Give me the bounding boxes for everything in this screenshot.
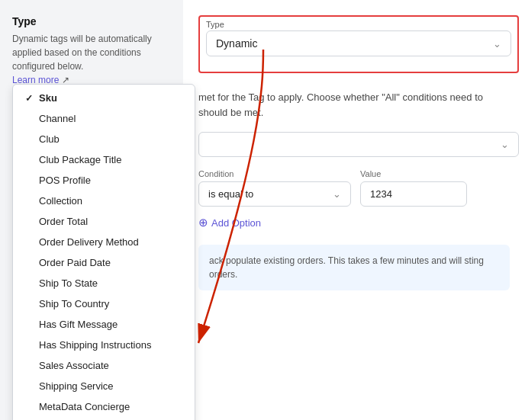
- menu-item-label: Ship To State: [39, 277, 98, 289]
- type-description: Dynamic tags will be automatically appli…: [12, 32, 156, 87]
- condition-select[interactable]: is equal to ⌄: [198, 181, 351, 207]
- conditions-description: met for the Tag to apply. Choose whether…: [198, 90, 510, 120]
- dropdown-menu[interactable]: ✓SkuChannelClubClub Package TitlePOS Pro…: [12, 84, 195, 420]
- menu-item-label: Order Delivery Method: [39, 236, 139, 248]
- condition-select-value: is equal to: [208, 188, 253, 200]
- check-icon: ✓: [25, 93, 34, 104]
- menu-item-label: Club Package Title: [39, 154, 121, 165]
- type-select-value: Dynamic: [216, 37, 257, 50]
- menu-item-label: Club: [39, 133, 60, 145]
- condition-label: Condition: [198, 169, 351, 178]
- add-option-button[interactable]: ⊕ Add Option: [198, 216, 510, 229]
- chevron-down-icon-2: ⌄: [501, 139, 509, 150]
- right-panel: Type Dynamic ⌄ met for the Tag to apply.…: [183, 0, 525, 420]
- menu-item-label: Has Shipping Instructions: [39, 339, 151, 351]
- menu-item[interactable]: Shipping Service: [13, 376, 195, 396]
- menu-item[interactable]: MetaData Event: [13, 417, 195, 420]
- menu-item-label: Collection: [39, 195, 82, 207]
- menu-item[interactable]: Channel: [13, 108, 195, 129]
- type-heading: Type: [12, 15, 156, 27]
- menu-item[interactable]: Has Shipping Instructions: [13, 335, 195, 355]
- menu-item-label: Shipping Service: [39, 380, 114, 392]
- value-group: Value: [360, 169, 467, 207]
- menu-item-label: MetaData Concierge: [39, 401, 130, 412]
- menu-item-label: Has Gift Message: [39, 319, 118, 330]
- menu-item[interactable]: POS Profile: [13, 170, 195, 191]
- menu-item[interactable]: Sales Associate: [13, 355, 195, 376]
- type-highlight-box: Type Dynamic ⌄: [198, 15, 519, 73]
- info-box: ack populate existing orders. This takes…: [198, 245, 510, 290]
- menu-item[interactable]: Ship To State: [13, 273, 195, 293]
- menu-item-label: Order Total: [39, 216, 88, 227]
- menu-item-label: Channel: [39, 113, 76, 124]
- menu-item[interactable]: Club Package Title: [13, 149, 195, 170]
- menu-item[interactable]: Collection: [13, 191, 195, 211]
- plus-circle-icon: ⊕: [198, 216, 208, 229]
- chevron-down-icon-3: ⌄: [333, 188, 341, 200]
- chevron-down-icon: ⌄: [493, 38, 501, 50]
- menu-item[interactable]: Club: [13, 129, 195, 149]
- menu-item[interactable]: Ship To Country: [13, 293, 195, 314]
- value-input[interactable]: [360, 181, 467, 207]
- menu-item-label: Ship To Country: [39, 298, 109, 309]
- condition-field-selector[interactable]: ⌄: [198, 132, 519, 157]
- menu-item[interactable]: MetaData Concierge: [13, 396, 195, 417]
- value-label: Value: [360, 169, 467, 178]
- type-select[interactable]: Dynamic ⌄: [206, 30, 511, 56]
- menu-item[interactable]: Has Gift Message: [13, 314, 195, 335]
- menu-item[interactable]: Order Paid Date: [13, 252, 195, 273]
- condition-value-row: Condition is equal to ⌄ Value: [198, 169, 510, 207]
- menu-item[interactable]: Order Delivery Method: [13, 232, 195, 252]
- menu-item-label: POS Profile: [39, 175, 91, 186]
- type-box-label: Type: [206, 20, 511, 29]
- add-option-label: Add Option: [211, 217, 261, 229]
- info-box-text: ack populate existing orders. This takes…: [209, 255, 484, 280]
- menu-item-label: Order Paid Date: [39, 257, 111, 268]
- condition-group: Condition is equal to ⌄: [198, 169, 351, 207]
- menu-item-label: Sales Associate: [39, 360, 109, 371]
- menu-item-label: Sku: [39, 92, 57, 104]
- menu-item[interactable]: ✓Sku: [13, 88, 195, 108]
- menu-item[interactable]: Order Total: [13, 211, 195, 232]
